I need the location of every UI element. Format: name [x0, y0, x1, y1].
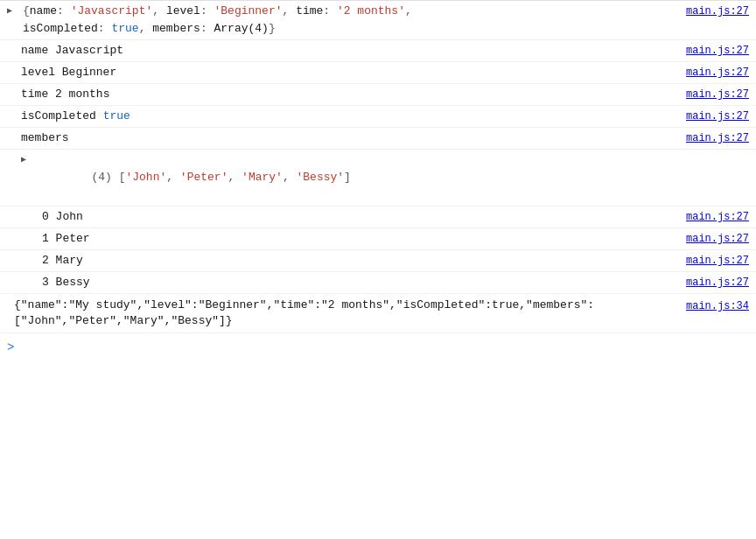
row-time-content: time 2 months — [21, 86, 676, 103]
row-name: name Javascript main.js:27 — [0, 40, 756, 62]
file-link-level[interactable]: main.js:27 — [676, 64, 749, 81]
key-1: 1 — [42, 230, 49, 248]
row-level: level Beginner main.js:27 — [0, 62, 756, 84]
row-index-0: 0 John main.js:27 — [0, 206, 756, 228]
expand-arrow-members[interactable] — [21, 151, 35, 169]
val-1: Peter — [49, 230, 90, 248]
row-time: time 2 months main.js:27 — [0, 84, 756, 106]
key-level: level — [21, 64, 55, 81]
key-3: 3 — [42, 274, 49, 291]
object-header-line1: {name: 'Javascript', level: 'Beginner', … — [23, 3, 412, 20]
key-2: 2 — [42, 252, 49, 270]
json-output-content: {"name":"My study","level":"Beginner","t… — [7, 298, 676, 329]
row-level-content: level Beginner — [21, 64, 676, 81]
row-1-content: 1 Peter — [42, 230, 676, 248]
key-isCompleted: isCompleted — [21, 108, 96, 125]
expand-arrow-object[interactable] — [7, 3, 21, 20]
file-link-1[interactable]: main.js:27 — [676, 230, 749, 248]
val-name: Javascript — [48, 42, 123, 60]
key-time: time — [21, 86, 48, 103]
val-0: John — [49, 208, 83, 226]
file-link-json[interactable]: main.js:34 — [676, 298, 749, 315]
row-index-2: 2 Mary main.js:27 — [0, 250, 756, 272]
row-members-label: members main.js:27 — [0, 128, 756, 150]
console-prompt-row: > — [0, 333, 756, 361]
row-name-content: name Javascript — [21, 42, 676, 60]
val-time: 2 months — [48, 86, 109, 103]
members-array-display: (4) ['John', 'Peter', 'Mary', 'Bessy'] — [37, 151, 351, 204]
val-isCompleted: true — [103, 108, 130, 125]
row-isCompleted: isCompleted true main.js:27 — [0, 106, 756, 128]
val-isCompleted-space — [96, 108, 103, 125]
row-members-label-content: members — [21, 130, 676, 147]
row-index-1: 1 Peter main.js:27 — [0, 228, 756, 250]
key-members: members — [21, 130, 69, 147]
val-level: Beginner — [55, 64, 116, 81]
row-members-array-content: (4) ['John', 'Peter', 'Mary', 'Bessy'] — [21, 151, 679, 204]
row-isCompleted-content: isCompleted true — [21, 108, 676, 125]
row-0-content: 0 John — [42, 208, 676, 226]
file-link-name[interactable]: main.js:27 — [676, 42, 749, 60]
console-panel: {name: 'Javascript', level: 'Beginner', … — [0, 0, 756, 539]
row-json-output: {"name":"My study","level":"Beginner","t… — [0, 294, 756, 333]
file-link-object-header[interactable]: main.js:27 — [676, 3, 749, 20]
file-link-2[interactable]: main.js:27 — [676, 252, 749, 270]
file-link-3[interactable]: main.js:27 — [676, 274, 749, 291]
row-index-3: 3 Bessy main.js:27 — [0, 272, 756, 294]
row-object-header: {name: 'Javascript', level: 'Beginner', … — [0, 1, 756, 40]
file-link-time[interactable]: main.js:27 — [676, 86, 749, 103]
row-2-content: 2 Mary — [42, 252, 676, 270]
object-header-line2: isCompleted: true, members: Array(4)} — [7, 20, 276, 38]
row-3-content: 3 Bessy — [42, 274, 676, 291]
val-2: Mary — [49, 252, 83, 270]
file-link-members[interactable]: main.js:27 — [676, 130, 749, 147]
val-3: Bessy — [49, 274, 90, 291]
file-link-0[interactable]: main.js:27 — [676, 208, 749, 226]
console-prompt-chevron: > — [7, 340, 14, 354]
row-members-array: (4) ['John', 'Peter', 'Mary', 'Bessy'] — [0, 150, 756, 206]
file-link-isCompleted[interactable]: main.js:27 — [676, 108, 749, 125]
key-0: 0 — [42, 208, 49, 226]
key-name: name — [21, 42, 48, 60]
